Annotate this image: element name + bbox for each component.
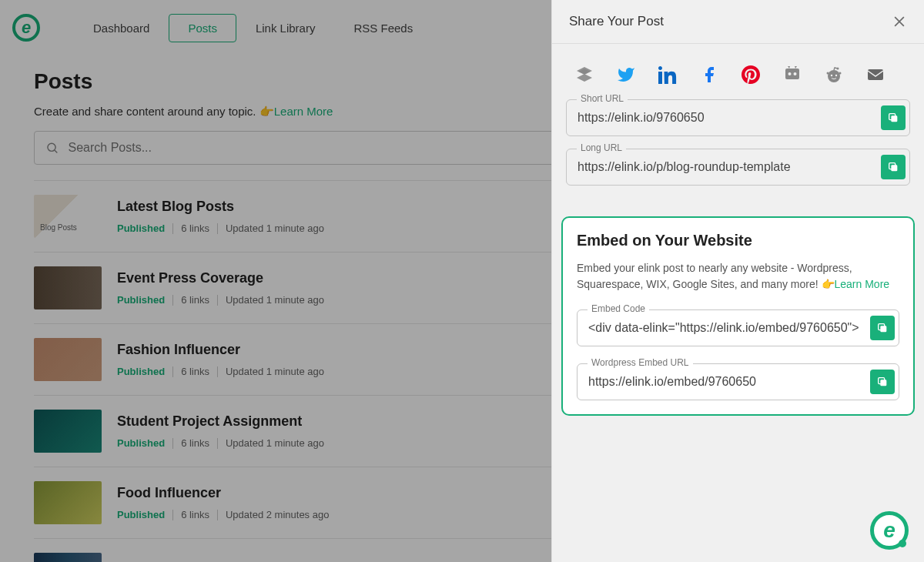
embed-title: Embed on Your Website <box>577 232 899 249</box>
reddit-icon[interactable] <box>825 65 843 84</box>
copy-short-url-button[interactable] <box>881 105 906 130</box>
copy-icon <box>887 112 899 124</box>
embed-section: Embed on Your Website Embed your elink p… <box>561 216 915 416</box>
svg-rect-13 <box>868 69 883 80</box>
hootsuite-icon[interactable] <box>783 65 802 84</box>
embed-code-field: Embed Code <div data-elink="https://elin… <box>577 309 899 346</box>
svg-rect-14 <box>891 115 897 122</box>
panel-header: Share Your Post <box>552 0 924 43</box>
svg-point-9 <box>835 75 837 76</box>
pinterest-icon[interactable] <box>742 65 760 84</box>
short-url-field: Short URL https://elink.io/9760650 <box>566 99 910 136</box>
copy-embed-code-button[interactable] <box>870 316 895 340</box>
long-url-value[interactable]: https://elink.io/p/blog-roundup-template <box>566 149 910 186</box>
wordpress-url-field: Wordpress Embed URL https://elink.io/emb… <box>577 363 899 400</box>
svg-rect-18 <box>880 326 886 332</box>
long-url-field: Long URL https://elink.io/p/blog-roundup… <box>566 149 910 186</box>
embed-description: Embed your elink post to nearly any webs… <box>577 260 899 293</box>
close-icon[interactable] <box>892 14 907 29</box>
pointer-icon: 👉 <box>822 276 835 293</box>
svg-rect-4 <box>785 69 799 79</box>
linkedin-icon[interactable] <box>658 65 677 84</box>
svg-point-11 <box>839 72 842 75</box>
copy-icon <box>876 322 889 334</box>
svg-rect-20 <box>880 380 886 386</box>
help-fab[interactable]: e <box>870 511 909 550</box>
email-icon[interactable] <box>866 65 885 84</box>
copy-icon <box>876 376 889 388</box>
short-url-value[interactable]: https://elink.io/9760650 <box>566 99 910 136</box>
facebook-icon[interactable] <box>700 65 718 84</box>
svg-rect-16 <box>891 165 897 171</box>
copy-long-url-button[interactable] <box>881 155 906 179</box>
copy-wordpress-url-button[interactable] <box>870 370 895 394</box>
social-share-row <box>552 44 924 99</box>
buffer-icon[interactable] <box>575 65 594 84</box>
svg-point-6 <box>794 72 797 75</box>
svg-point-5 <box>788 72 792 75</box>
twitter-icon[interactable] <box>617 65 635 84</box>
svg-point-7 <box>828 70 840 82</box>
svg-point-10 <box>827 72 829 75</box>
panel-title: Share Your Post <box>569 14 664 29</box>
dim-overlay <box>0 0 551 562</box>
wordpress-url-value[interactable]: https://elink.io/embed/9760650 <box>577 363 899 400</box>
share-panel: Share Your Post Short URL https://elink.… <box>551 0 924 562</box>
svg-point-8 <box>831 75 832 76</box>
copy-icon <box>887 161 899 173</box>
embed-code-value[interactable]: <div data-elink="https://elink.io/embed/… <box>577 309 899 346</box>
embed-learn-more-link[interactable]: Learn More <box>835 278 890 290</box>
